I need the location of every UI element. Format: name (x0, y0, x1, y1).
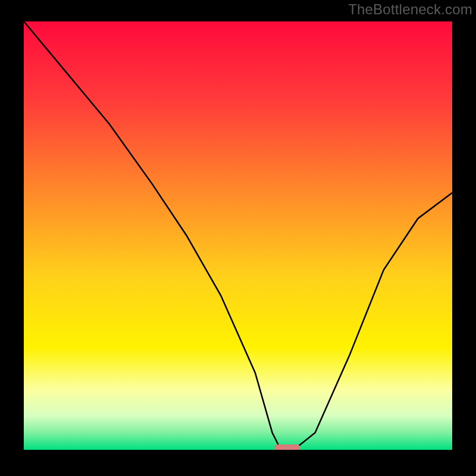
chart-frame: TheBottleneck.com (0, 0, 476, 476)
chart-background (24, 21, 452, 450)
watermark-label: TheBottleneck.com (348, 1, 472, 18)
plot-area (24, 21, 452, 450)
optimal-marker (274, 444, 300, 450)
chart-svg (24, 21, 452, 450)
